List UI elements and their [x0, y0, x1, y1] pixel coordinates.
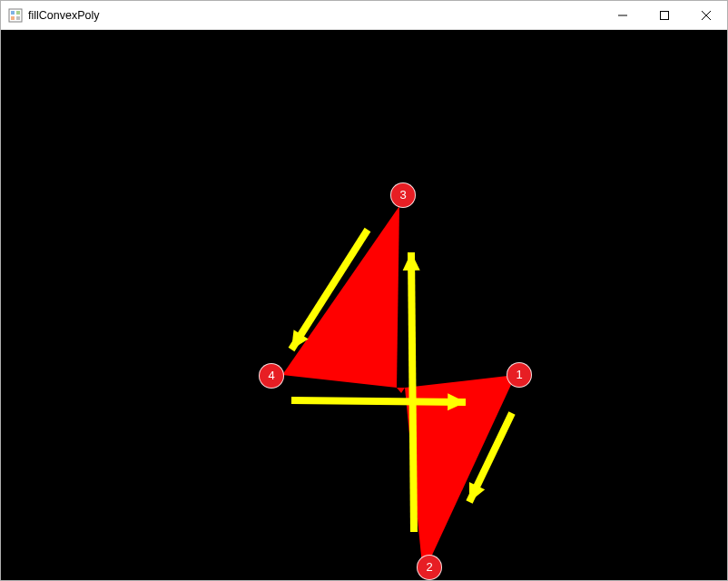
svg-rect-6 — [661, 11, 669, 19]
window-title: fillConvexPoly — [28, 9, 602, 22]
vertex-marker-2: 2 — [417, 555, 442, 580]
maximize-button[interactable] — [644, 1, 685, 29]
titlebar[interactable]: fillConvexPoly — [1, 1, 727, 30]
svg-rect-2 — [16, 11, 20, 15]
minimize-button[interactable] — [602, 1, 644, 29]
svg-rect-4 — [16, 16, 20, 20]
image-viewport: 1234 — [1, 30, 727, 580]
vertex-marker-3: 3 — [390, 182, 416, 208]
svg-rect-3 — [11, 16, 15, 20]
vertex-marker-4: 4 — [259, 363, 284, 389]
svg-line-17 — [411, 252, 414, 532]
app-icon — [8, 8, 23, 23]
window-frame: fillConvexPoly 1234 — [0, 0, 728, 581]
canvas — [1, 30, 727, 580]
vertex-marker-1: 1 — [507, 362, 532, 388]
svg-line-13 — [291, 400, 466, 402]
svg-rect-1 — [11, 11, 15, 15]
close-button[interactable] — [685, 1, 727, 29]
window-controls — [602, 1, 727, 29]
